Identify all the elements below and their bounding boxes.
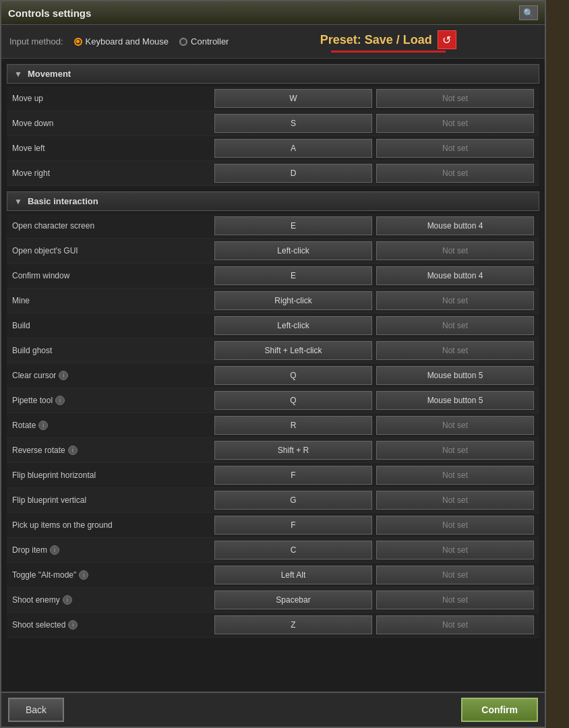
- primary-key-button[interactable]: Shift + Left-click: [214, 341, 372, 360]
- main-window: Controls settings 🔍 Input method: Keyboa…: [0, 0, 546, 728]
- binding-row: Build Left-click Not set: [7, 313, 539, 338]
- binding-row: Pipette tooli Q Mouse button 5: [7, 388, 539, 413]
- info-icon[interactable]: i: [59, 371, 68, 380]
- primary-key-button[interactable]: A: [214, 139, 372, 158]
- binding-row: Move up W Not set: [7, 86, 539, 111]
- chevron-icon: ▼: [14, 197, 22, 206]
- secondary-key-button[interactable]: Not set: [376, 316, 534, 335]
- primary-key-button[interactable]: Left Alt: [214, 566, 372, 584]
- primary-key-button[interactable]: F: [214, 466, 372, 485]
- primary-key-button[interactable]: E: [214, 266, 372, 285]
- preset-underline: [331, 51, 446, 53]
- secondary-key-button[interactable]: Not set: [376, 341, 534, 360]
- primary-key-button[interactable]: Left-click: [214, 316, 372, 335]
- keyboard-mouse-option[interactable]: Keyboard and Mouse: [74, 36, 169, 47]
- secondary-key-button[interactable]: Not set: [376, 615, 534, 634]
- secondary-key-button[interactable]: Not set: [376, 590, 534, 609]
- secondary-key-button[interactable]: Not set: [376, 89, 534, 108]
- info-icon[interactable]: i: [63, 595, 72, 605]
- section-header-movement[interactable]: ▼ Movement: [7, 64, 539, 84]
- section-label: Basic interaction: [28, 196, 98, 206]
- binding-label: Clear cursori: [12, 371, 214, 380]
- controller-option[interactable]: Controller: [179, 36, 229, 47]
- secondary-key-button[interactable]: Not set: [376, 416, 534, 435]
- primary-key-button[interactable]: E: [214, 216, 372, 235]
- binding-keys: Shift + Left-click Not set: [214, 341, 534, 360]
- primary-key-button[interactable]: Q: [214, 391, 372, 410]
- controller-radio[interactable]: [179, 38, 187, 46]
- binding-row: Flip blueprint horizontal F Not set: [7, 463, 539, 488]
- keyboard-mouse-radio[interactable]: [74, 38, 82, 46]
- back-button[interactable]: Back: [8, 698, 64, 722]
- binding-keys: G Not set: [214, 491, 534, 510]
- secondary-key-button[interactable]: Not set: [376, 164, 534, 183]
- binding-keys: Z Not set: [214, 615, 534, 634]
- title-bar: Controls settings 🔍: [1, 1, 545, 25]
- binding-label: Flip blueprint vertical: [12, 495, 214, 505]
- binding-row: Move left A Not set: [7, 136, 539, 161]
- secondary-key-button[interactable]: Not set: [376, 566, 534, 584]
- secondary-key-button[interactable]: Mouse button 4: [376, 266, 534, 285]
- binding-keys: Left Alt Not set: [214, 566, 534, 584]
- binding-keys: C Not set: [214, 541, 534, 559]
- primary-key-button[interactable]: Spacebar: [214, 590, 372, 609]
- search-button[interactable]: 🔍: [519, 5, 538, 20]
- preset-reset-button[interactable]: ↺: [438, 30, 456, 49]
- section-header-basic-interaction[interactable]: ▼ Basic interaction: [7, 191, 539, 211]
- primary-key-button[interactable]: R: [214, 416, 372, 435]
- secondary-key-button[interactable]: Not set: [376, 139, 534, 158]
- secondary-key-button[interactable]: Not set: [376, 541, 534, 559]
- binding-label: Move right: [12, 169, 214, 178]
- primary-key-button[interactable]: Right-click: [214, 291, 372, 310]
- primary-key-button[interactable]: W: [214, 89, 372, 108]
- binding-label: Move left: [12, 144, 214, 153]
- secondary-key-button[interactable]: Not set: [376, 516, 534, 535]
- primary-key-button[interactable]: Shift + R: [214, 441, 372, 460]
- primary-key-button[interactable]: F: [214, 516, 372, 535]
- binding-row: Drop itemi C Not set: [7, 538, 539, 563]
- primary-key-button[interactable]: Q: [214, 366, 372, 385]
- info-icon[interactable]: i: [38, 421, 48, 430]
- primary-key-button[interactable]: G: [214, 491, 372, 510]
- binding-label: Drop itemi: [12, 545, 214, 555]
- binding-row: Toggle "Alt-mode"i Left Alt Not set: [7, 563, 539, 588]
- secondary-key-button[interactable]: Not set: [376, 291, 534, 310]
- binding-row: Shoot selectedi Z Not set: [7, 613, 539, 638]
- secondary-key-button[interactable]: Not set: [376, 441, 534, 460]
- primary-key-button[interactable]: Z: [214, 615, 372, 634]
- primary-key-button[interactable]: S: [214, 114, 372, 133]
- secondary-key-button[interactable]: Mouse button 4: [376, 216, 534, 235]
- primary-key-button[interactable]: Left-click: [214, 241, 372, 260]
- section-label: Movement: [28, 69, 71, 79]
- secondary-key-button[interactable]: Not set: [376, 241, 534, 260]
- confirm-button[interactable]: Confirm: [461, 698, 538, 722]
- controller-label: Controller: [191, 36, 229, 47]
- binding-label: Rotatei: [12, 421, 214, 430]
- info-icon[interactable]: i: [50, 545, 59, 555]
- secondary-key-button[interactable]: Not set: [376, 466, 534, 485]
- primary-key-button[interactable]: D: [214, 164, 372, 183]
- binding-row: Mine Right-click Not set: [7, 289, 539, 313]
- binding-row: Move right D Not set: [7, 161, 539, 186]
- binding-keys: Left-click Not set: [214, 316, 534, 335]
- secondary-key-button[interactable]: Mouse button 5: [376, 366, 534, 385]
- secondary-key-button[interactable]: Not set: [376, 114, 534, 133]
- primary-key-button[interactable]: C: [214, 541, 372, 559]
- binding-label: Pipette tooli: [12, 396, 214, 405]
- info-icon[interactable]: i: [55, 396, 65, 405]
- binding-label: Move down: [12, 119, 214, 128]
- binding-label: Reverse rotatei: [12, 446, 214, 455]
- binding-row: Confirm window E Mouse button 4: [7, 264, 539, 289]
- binding-label: Build: [12, 321, 214, 330]
- binding-row: Move down S Not set: [7, 111, 539, 136]
- secondary-key-button[interactable]: Not set: [376, 491, 534, 510]
- secondary-key-button[interactable]: Mouse button 5: [376, 391, 534, 410]
- info-icon[interactable]: i: [79, 570, 88, 580]
- preset-title: Preset: Save / Load: [320, 33, 432, 47]
- binding-keys: F Not set: [214, 516, 534, 535]
- binding-keys: Shift + R Not set: [214, 441, 534, 460]
- info-icon[interactable]: i: [68, 446, 78, 455]
- binding-label: Flip blueprint horizontal: [12, 471, 214, 480]
- binding-label: Mine: [12, 296, 214, 305]
- info-icon[interactable]: i: [68, 620, 78, 630]
